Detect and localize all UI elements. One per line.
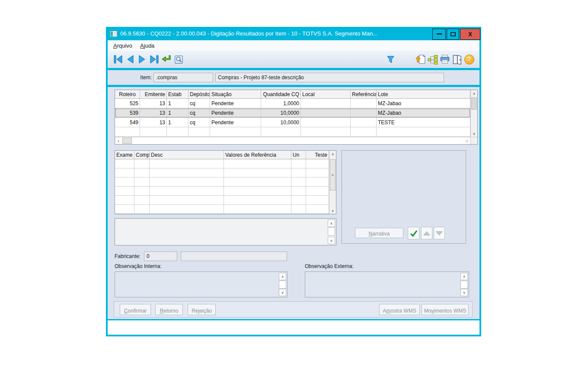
- exam-grid-cell: [224, 168, 291, 177]
- exam-grid-row-5[interactable]: [115, 205, 329, 214]
- main-grid-column-header-1[interactable]: Emitente: [140, 90, 167, 98]
- scroll-thumb[interactable]: [471, 97, 477, 110]
- main-grid-column-header-4[interactable]: Situação: [210, 90, 261, 98]
- move-up-button[interactable]: [421, 227, 432, 239]
- confirm-check-button[interactable]: [408, 227, 419, 239]
- exam-grid-column-header-2[interactable]: Desc: [150, 151, 224, 159]
- scroll-down-icon[interactable]: ∨: [279, 289, 286, 296]
- amostra-key: m: [386, 308, 390, 314]
- scroll-down-icon[interactable]: ∨: [328, 237, 335, 244]
- main-grid-column-header-2[interactable]: Estab: [167, 90, 189, 98]
- scroll-up-icon[interactable]: ∧: [460, 273, 468, 280]
- zoom-detail-button[interactable]: [173, 53, 185, 65]
- routes-grid-vscrollbar[interactable]: ∧ ∨: [470, 90, 477, 137]
- minimize-icon: [437, 33, 442, 35]
- main-grid-column-header-5[interactable]: Quantidade CQ: [261, 90, 301, 98]
- main-grid-cell: [351, 118, 377, 127]
- main-grid-column-header-0[interactable]: Roteiro: [115, 90, 140, 98]
- observacao-externa-scrollbar[interactable]: ∧ ∨: [460, 273, 468, 296]
- exit-button[interactable]: [451, 53, 463, 65]
- toolbar: ?: [108, 51, 479, 68]
- main-grid-cell: MZ-Jabao: [377, 99, 470, 108]
- scroll-thumb-grip[interactable]: ≡: [330, 159, 336, 190]
- amostra-wms-button[interactable]: Amostra WMS: [379, 304, 420, 315]
- nav-first-button[interactable]: [112, 53, 124, 65]
- main-grid-column-header-8[interactable]: Lote: [377, 90, 470, 98]
- observacao-externa-textarea[interactable]: [306, 273, 458, 295]
- exam-grid-row-2[interactable]: [115, 178, 329, 187]
- fabricante-name-field[interactable]: [181, 252, 287, 261]
- scroll-thumb[interactable]: [279, 281, 286, 289]
- print-button[interactable]: [439, 53, 451, 65]
- help-button[interactable]: ?: [463, 53, 475, 65]
- main-grid-column-header-7[interactable]: Referência: [351, 90, 377, 98]
- exam-grid-column-header-3[interactable]: Valores de Referência: [224, 151, 291, 159]
- main-grid-row-2[interactable]: 549131cqPendente10,0000TESTE: [115, 118, 470, 127]
- program-tree-button[interactable]: [427, 53, 439, 65]
- item-description-field[interactable]: [215, 73, 444, 82]
- main-grid-cell: [377, 127, 470, 136]
- main-grid-row-1[interactable]: 539131cqPendente10,0000MZ-Jabao: [115, 108, 470, 118]
- exams-grid-vscrollbar[interactable]: ∧ ≡ ∨: [329, 151, 336, 214]
- move-down-button[interactable]: [434, 227, 445, 239]
- main-grid-column-header-3[interactable]: Depósito: [189, 90, 210, 98]
- exam-grid-cell: [115, 187, 134, 195]
- minimize-button[interactable]: [432, 29, 446, 40]
- menu-arquivo[interactable]: Arquivo: [109, 41, 136, 50]
- fabricante-label: Fabricante:: [115, 253, 141, 259]
- main-grid-cell: [301, 99, 351, 108]
- scroll-down-icon[interactable]: ∨: [460, 289, 468, 296]
- exam-grid-cell: [150, 196, 224, 204]
- observacao-interna-scrollbar[interactable]: ∧ ∨: [279, 273, 286, 296]
- scroll-up-icon[interactable]: ∧: [471, 90, 477, 97]
- exam-grid-column-header-1[interactable]: Comp: [134, 151, 150, 159]
- exam-grid-row-0[interactable]: [115, 159, 329, 168]
- item-code-input[interactable]: [153, 73, 213, 82]
- export-document-button[interactable]: [415, 53, 427, 65]
- scroll-down-icon[interactable]: ∨: [329, 207, 336, 214]
- exam-note-textarea[interactable]: [116, 220, 326, 243]
- rejeicao-button[interactable]: Rejeição: [188, 304, 216, 315]
- scroll-up-icon[interactable]: ∧: [279, 273, 286, 280]
- main-grid-cell: 1: [167, 118, 189, 127]
- movimentos-wms-button[interactable]: Movimentos WMS: [422, 304, 469, 315]
- main-grid-column-header-6[interactable]: Local: [301, 90, 351, 98]
- menu-bar: Arquivo Ajuda: [108, 40, 479, 51]
- scroll-thumb[interactable]: [328, 227, 335, 236]
- exam-grid-row-3[interactable]: [115, 187, 329, 196]
- menu-ajuda[interactable]: Ajuda: [136, 41, 158, 50]
- scroll-up-icon[interactable]: ∧: [329, 151, 336, 157]
- nav-next-button[interactable]: [136, 53, 148, 65]
- scroll-thumb[interactable]: [460, 281, 468, 289]
- exam-grid-row-1[interactable]: [115, 168, 329, 178]
- exam-grid-column-header-5[interactable]: Teste: [306, 151, 329, 159]
- scroll-up-icon[interactable]: ∧: [328, 220, 335, 227]
- scroll-down-icon[interactable]: ∨: [471, 130, 477, 137]
- filter-button[interactable]: [384, 53, 396, 65]
- exam-grid-cell: [291, 187, 306, 195]
- maximize-button[interactable]: [447, 29, 459, 40]
- routes-grid-hscrollbar[interactable]: ‹ ›: [115, 137, 470, 144]
- nav-prev-button[interactable]: [124, 53, 136, 65]
- fabricante-code-input[interactable]: [144, 252, 177, 261]
- return-record-button[interactable]: [160, 53, 173, 65]
- nav-last-button[interactable]: [148, 53, 160, 65]
- main-grid-row-0[interactable]: 525131cqPendente1,0000MZ-Jabao: [115, 99, 470, 108]
- exam-grid-row-4[interactable]: [115, 196, 329, 205]
- retorno-button[interactable]: Retorno: [155, 304, 183, 315]
- exam-grid-cell: [115, 205, 134, 213]
- close-button[interactable]: X: [460, 29, 480, 40]
- scroll-right-icon[interactable]: ›: [463, 137, 470, 144]
- exams-grid: ExameCompDescValores de ReferênciaUnTest…: [115, 150, 336, 214]
- confirmar-button[interactable]: Confirmar: [120, 304, 151, 315]
- exam-grid-column-header-4[interactable]: Un: [291, 151, 306, 159]
- exam-grid-column-header-0[interactable]: Exame: [115, 151, 134, 159]
- observacao-interna-textarea[interactable]: [116, 273, 277, 295]
- exam-note-scrollbar[interactable]: ∧ ∨: [328, 220, 335, 244]
- hscroll-thumb[interactable]: [122, 138, 132, 144]
- exam-note-box: ∧ ∨: [115, 218, 336, 245]
- main-grid-row-3[interactable]: [115, 127, 470, 137]
- narrativa-button[interactable]: Narrativa: [355, 228, 403, 238]
- main-grid-cell: [351, 127, 377, 136]
- scroll-left-icon[interactable]: ‹: [115, 137, 122, 144]
